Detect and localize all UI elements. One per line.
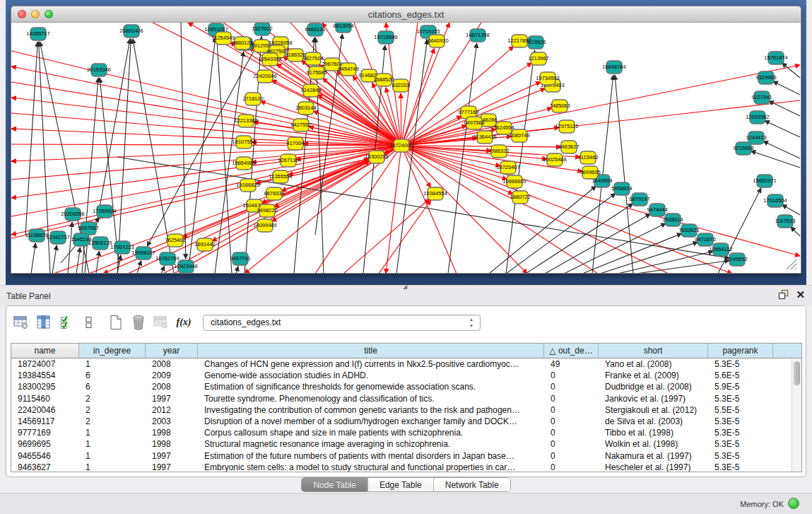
table-cell[interactable]: de Silva et al. (2003) <box>599 416 708 426</box>
table-cell[interactable]: 2 <box>79 416 146 426</box>
network-window-titlebar[interactable]: citations_edges.txt <box>11 6 801 23</box>
column-header-name[interactable]: name <box>11 344 79 358</box>
graph-node[interactable]: 9457791 <box>230 252 250 265</box>
table-cell[interactable]: 1 <box>79 428 146 438</box>
table-cell[interactable]: 0 <box>544 370 599 380</box>
graph-node[interactable]: 7625402 <box>165 234 185 247</box>
graph-node[interactable]: 10654112 <box>710 243 733 256</box>
graph-node[interactable]: 9175685 <box>306 66 326 79</box>
graph-node[interactable]: 9474444 <box>647 204 667 216</box>
table-cell[interactable]: 5.3E-5 <box>708 451 773 461</box>
table-cell[interactable]: 1998 <box>146 428 198 438</box>
graph-node[interactable]: 9267130 <box>278 154 298 167</box>
table-cell[interactable]: 2008 <box>146 382 198 392</box>
graph-node[interactable]: 1880722 <box>510 191 530 204</box>
table-cell[interactable]: 2 <box>79 394 146 404</box>
table-cell[interactable]: 0 <box>544 416 599 426</box>
graph-node[interactable]: 9860123 <box>232 37 252 49</box>
table-cell[interactable]: 18300295 <box>11 382 79 392</box>
table-row[interactable]: 946362711997Embryonic stem cells: a mode… <box>11 462 801 472</box>
new-table-icon[interactable] <box>107 313 125 332</box>
table-cell[interactable]: Investigating the contribution of common… <box>198 405 544 415</box>
zoom-window-button[interactable] <box>45 10 53 18</box>
scrollbar-thumb[interactable] <box>794 361 800 385</box>
graph-node[interactable]: 2803144 <box>295 102 316 115</box>
table-cell[interactable]: 2009 <box>146 370 198 380</box>
select-columns-icon[interactable] <box>57 313 76 332</box>
table-cell[interactable]: 0 <box>544 439 599 449</box>
graph-node[interactable]: 11355554 <box>269 170 293 183</box>
table-settings-icon[interactable] <box>12 313 30 332</box>
table-cell[interactable]: Estimation of the future numbers of pati… <box>198 451 544 461</box>
table-cell[interactable]: 0 <box>544 462 599 472</box>
table-cell[interactable]: 22420046 <box>11 405 79 415</box>
table-cell[interactable]: 5.3E-5 <box>708 394 773 404</box>
graph-node[interactable]: 14671358 <box>466 29 489 42</box>
graph-node[interactable]: 1527602 <box>252 23 272 35</box>
table-cell[interactable]: 0 <box>544 428 599 438</box>
table-cell[interactable]: 2 <box>79 405 146 415</box>
network-canvas[interactable]: 1872400714055717208914061065328715276027… <box>11 23 801 274</box>
graph-node[interactable]: 19958107 <box>131 247 155 259</box>
graph-node[interactable]: 1691442 <box>194 238 215 251</box>
graph-node[interactable]: 6879197 <box>629 193 649 206</box>
table-cell[interactable]: 49 <box>544 359 599 369</box>
table-row[interactable]: 1938455462009Genome-wide association stu… <box>11 370 801 381</box>
graph-node[interactable]: 18720407 <box>496 161 519 174</box>
table-cell[interactable]: 9777169 <box>11 428 79 438</box>
table-row[interactable]: 977716911998Corpus callosum shape and si… <box>11 427 801 438</box>
table-cell[interactable]: Jankovic et al. (1997) <box>599 394 708 404</box>
table-cell[interactable]: 5.3E-5 <box>708 439 773 449</box>
graph-node[interactable]: 1588520 <box>373 74 394 86</box>
graph-node[interactable]: 9245652 <box>726 253 747 266</box>
table-cell[interactable]: Franke et al. (2009) <box>599 370 708 380</box>
minimize-window-button[interactable] <box>31 10 40 18</box>
column-header-short[interactable]: short <box>599 344 708 358</box>
citation-graph[interactable]: 1872400714055717208914061065328715276027… <box>11 23 801 274</box>
table-cell[interactable]: Corpus callosum shape and size in male p… <box>198 428 544 438</box>
table-cell[interactable]: 5.3E-5 <box>708 359 773 369</box>
canvas-resize-grip[interactable] <box>785 258 798 271</box>
table-row[interactable]: 911546021997Tourette syndrome. Phenomeno… <box>11 393 801 404</box>
graph-node[interactable]: 9215958 <box>733 142 753 155</box>
graph-node[interactable]: 19166825 <box>236 179 259 192</box>
table-cell[interactable]: Changes of HCN gene expression and I(f) … <box>198 359 544 369</box>
table-cell[interactable]: Yano et al. (2008) <box>599 359 708 369</box>
column-header-title[interactable]: title <box>198 344 544 358</box>
function-builder-icon[interactable]: f(x) <box>175 313 193 332</box>
graph-node[interactable]: 832203 <box>392 79 409 92</box>
graph-node[interactable]: 12975115 <box>555 120 579 133</box>
table-cell[interactable]: 1 <box>79 439 146 449</box>
table-cell[interactable]: 1997 <box>146 451 198 461</box>
table-cell[interactable]: 5.3E-5 <box>708 462 773 472</box>
graph-node[interactable]: 9329966 <box>755 71 776 84</box>
table-cell[interactable]: 1 <box>79 451 146 461</box>
tab-node-table[interactable]: Node Table <box>302 478 368 491</box>
table-row[interactable]: 1456911722003Disruption of a novel membe… <box>11 416 801 427</box>
delete-table-icon[interactable] <box>129 313 148 332</box>
graph-node[interactable]: 8813054 <box>333 23 353 33</box>
table-cell[interactable]: Stergiakouli et al. (2012) <box>599 405 708 415</box>
graph-node[interactable]: 12505135 <box>88 237 112 250</box>
table-cell[interactable]: 9699695 <box>11 439 79 449</box>
table-cell[interactable]: Genome-wide association studies in ADHD. <box>198 370 544 380</box>
table-cell[interactable]: 6 <box>79 370 146 380</box>
table-cell[interactable]: 0 <box>544 451 599 461</box>
graph-node[interactable]: 8454749 <box>338 63 358 76</box>
table-cell[interactable]: 19384554 <box>11 370 79 380</box>
graph-node[interactable]: 18107554 <box>232 136 255 148</box>
graph-node[interactable]: 1213967 <box>528 52 548 65</box>
graph-node[interactable]: 8471676 <box>695 233 715 246</box>
table-cell[interactable]: 5.9E-5 <box>708 382 773 392</box>
table-cell[interactable]: Nakamura et al. (1997) <box>599 451 708 461</box>
graph-node[interactable]: 9827504 <box>302 52 323 65</box>
close-panel-icon[interactable]: ✕ <box>796 289 805 300</box>
table-cell[interactable]: 2003 <box>146 416 198 426</box>
graph-node[interactable]: 9498222 <box>257 204 277 217</box>
graph-node[interactable]: 7632621 <box>678 224 699 237</box>
graph-node[interactable]: 2935114 <box>663 214 683 226</box>
table-cell[interactable]: Embryonic stem cells: a model to study s… <box>198 462 544 472</box>
table-cell[interactable]: 18724007 <box>11 359 79 369</box>
graph-node[interactable]: 417004 <box>286 137 304 150</box>
graph-node[interactable]: 8878334 <box>264 187 284 200</box>
